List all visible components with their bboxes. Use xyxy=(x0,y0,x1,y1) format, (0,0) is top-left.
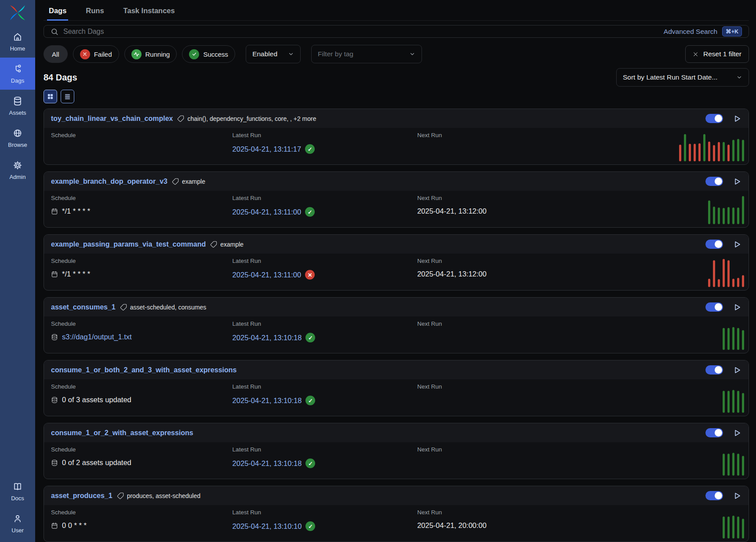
reset-filter-button[interactable]: Reset 1 filter xyxy=(685,45,749,63)
enabled-filter-select[interactable]: Enabled xyxy=(246,45,301,63)
run-bar[interactable] xyxy=(718,142,720,161)
sidebar-item-docs[interactable]: Docs xyxy=(0,475,35,507)
run-bar[interactable] xyxy=(713,207,715,224)
run-bar[interactable] xyxy=(732,207,734,224)
run-bar[interactable] xyxy=(694,144,696,161)
sidebar-item-admin[interactable]: Admin xyxy=(0,154,35,186)
run-bar[interactable] xyxy=(727,207,730,224)
sidebar-item-home[interactable]: Home xyxy=(0,25,35,58)
dag-title-link[interactable]: example_branch_dop_operator_v3 xyxy=(51,178,167,186)
dag-enabled-toggle[interactable] xyxy=(705,240,723,249)
run-bar[interactable] xyxy=(713,260,715,287)
run-bar[interactable] xyxy=(708,142,710,161)
run-bar[interactable] xyxy=(723,517,725,538)
run-bar[interactable] xyxy=(727,328,730,350)
filter-chip-failed[interactable]: Failed xyxy=(73,45,119,63)
schedule-text[interactable]: s3://dag1/output_1.txt xyxy=(62,333,132,341)
latest-run-link[interactable]: 2025-04-21, 13:10:10 xyxy=(233,522,302,531)
filter-chip-success[interactable]: Success xyxy=(182,45,235,63)
dag-enabled-toggle[interactable] xyxy=(705,491,723,500)
sort-select[interactable]: Sort by Latest Run Start Date... xyxy=(616,68,749,87)
run-bar[interactable] xyxy=(727,260,730,287)
run-bar[interactable] xyxy=(737,328,739,350)
dag-enabled-toggle[interactable] xyxy=(705,365,723,375)
run-bar[interactable] xyxy=(742,393,744,413)
run-bar[interactable] xyxy=(713,145,715,161)
run-bar[interactable] xyxy=(708,200,710,224)
run-bar[interactable] xyxy=(689,144,691,161)
trigger-dag-button[interactable] xyxy=(733,114,741,123)
run-bar[interactable] xyxy=(718,207,720,224)
run-bar[interactable] xyxy=(723,259,725,287)
latest-run-link[interactable]: 2025-04-21, 13:10:18 xyxy=(233,334,302,342)
dag-enabled-toggle[interactable] xyxy=(705,428,723,437)
schedule-text[interactable]: */1 * * * * xyxy=(62,270,90,278)
latest-run-link[interactable]: 2025-04-21, 13:10:18 xyxy=(233,459,302,468)
latest-run-link[interactable]: 2025-04-21, 13:11:17 xyxy=(233,145,302,153)
run-bar[interactable] xyxy=(742,140,744,161)
run-bar[interactable] xyxy=(742,519,744,538)
run-bar[interactable] xyxy=(742,196,744,224)
run-bar[interactable] xyxy=(723,208,725,224)
run-bar[interactable] xyxy=(723,142,725,161)
run-bar[interactable] xyxy=(732,140,734,161)
advanced-search-link[interactable]: Advanced Search xyxy=(664,28,717,36)
run-bar[interactable] xyxy=(727,391,730,413)
schedule-text[interactable]: 0 0 * * * xyxy=(62,521,87,530)
dag-title-link[interactable]: asset_consumes_1 xyxy=(51,303,116,311)
run-bar[interactable] xyxy=(737,391,739,413)
trigger-dag-button[interactable] xyxy=(733,366,741,375)
run-bar[interactable] xyxy=(679,145,681,161)
tag-filter-select[interactable]: Filter by tag xyxy=(311,45,422,63)
run-bar[interactable] xyxy=(737,278,739,287)
dag-title-link[interactable]: toy_chain_linear_vs_chain_complex xyxy=(51,115,173,123)
run-bar[interactable] xyxy=(732,453,734,476)
run-bar[interactable] xyxy=(737,207,739,224)
run-bar[interactable] xyxy=(723,391,725,413)
run-bar[interactable] xyxy=(718,279,720,287)
run-bar[interactable] xyxy=(737,139,739,161)
run-bar[interactable] xyxy=(698,143,701,161)
run-bar[interactable] xyxy=(703,134,705,161)
run-bar[interactable] xyxy=(732,279,734,287)
run-bar[interactable] xyxy=(727,454,730,476)
airflow-logo[interactable] xyxy=(0,0,35,25)
dag-title-link[interactable]: consume_1_or_2_with_asset_expressions xyxy=(51,429,193,437)
run-bar[interactable] xyxy=(742,330,744,350)
trigger-dag-button[interactable] xyxy=(733,303,741,312)
filter-chip-running[interactable]: Running xyxy=(124,45,177,63)
card-view-button[interactable] xyxy=(44,90,57,103)
run-bar[interactable] xyxy=(723,328,725,350)
schedule-text[interactable]: 0 of 3 assets updated xyxy=(62,396,131,404)
search-input[interactable] xyxy=(63,28,659,36)
run-bar[interactable] xyxy=(732,516,734,538)
run-bar[interactable] xyxy=(732,327,734,350)
latest-run-link[interactable]: 2025-04-21, 13:11:00 xyxy=(233,208,302,216)
run-bar[interactable] xyxy=(684,134,686,161)
run-bar[interactable] xyxy=(732,390,734,413)
sidebar-item-dags[interactable]: Dags xyxy=(0,58,35,90)
filter-chip-all[interactable]: All xyxy=(44,45,68,63)
schedule-text[interactable]: 0 of 2 assets updated xyxy=(62,458,131,467)
dag-enabled-toggle[interactable] xyxy=(705,177,723,186)
tab-dags[interactable]: Dags xyxy=(47,0,68,21)
run-bar[interactable] xyxy=(727,145,730,161)
dag-title-link[interactable]: consume_1_or_both_2_and_3_with_asset_exp… xyxy=(51,366,236,374)
dag-title-link[interactable]: example_passing_params_via_test_command xyxy=(51,240,206,248)
trigger-dag-button[interactable] xyxy=(733,491,741,500)
run-bar[interactable] xyxy=(742,275,744,287)
run-bar[interactable] xyxy=(708,279,710,287)
trigger-dag-button[interactable] xyxy=(733,177,741,186)
dag-enabled-toggle[interactable] xyxy=(705,302,723,312)
run-bar[interactable] xyxy=(727,517,730,538)
run-bar[interactable] xyxy=(742,456,744,476)
trigger-dag-button[interactable] xyxy=(733,429,741,437)
run-bar[interactable] xyxy=(723,454,725,476)
sidebar-item-assets[interactable]: Assets xyxy=(0,90,35,122)
sidebar-item-browse[interactable]: Browse xyxy=(0,122,35,154)
latest-run-link[interactable]: 2025-04-21, 13:10:18 xyxy=(233,396,302,405)
dag-title-link[interactable]: asset_produces_1 xyxy=(51,492,113,500)
sidebar-item-user[interactable]: User xyxy=(0,507,35,539)
tab-runs[interactable]: Runs xyxy=(84,0,105,21)
run-bar[interactable] xyxy=(737,454,739,476)
